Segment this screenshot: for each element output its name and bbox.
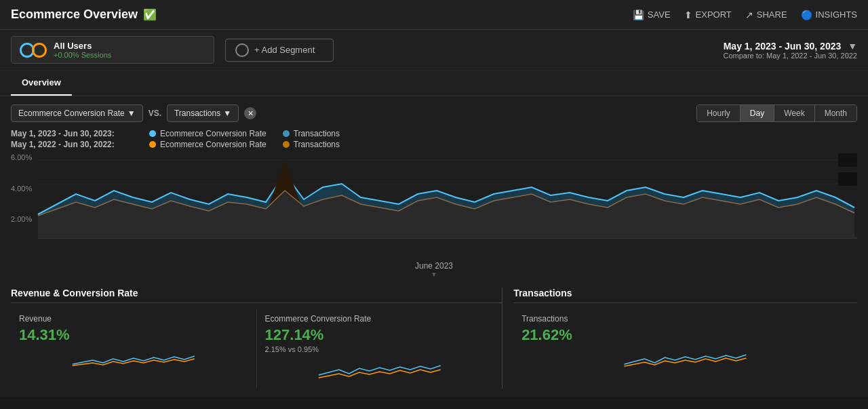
conversion-label: Ecommerce Conversion Rate	[265, 314, 494, 324]
export-icon: ⬆	[684, 9, 692, 20]
date-range-compare: Compare to: May 1, 2022 - Jun 30, 2022	[723, 52, 857, 60]
insights-button[interactable]: 🔵 INSIGHTS	[801, 9, 857, 20]
svg-rect-4	[838, 153, 857, 167]
time-buttons: Hourly Day Week Month	[696, 104, 857, 122]
hourly-button[interactable]: Hourly	[697, 105, 741, 121]
segment-info: All Users +0.00% Sessions	[54, 41, 111, 59]
legend-item-blue-conversion: Ecommerce Conversion Rate	[149, 129, 267, 138]
dot-blue2	[283, 130, 290, 137]
segment-sessions: +0.00% Sessions	[54, 51, 111, 59]
vs-label: VS.	[149, 109, 161, 118]
save-button[interactable]: 💾 SAVE	[633, 9, 671, 20]
legend-row-2: May 1, 2022 - Jun 30, 2022: Ecommerce Co…	[11, 140, 857, 149]
legend-label-2: May 1, 2022 - Jun 30, 2022:	[11, 140, 133, 149]
revenue-cards: Revenue 14.31% Ecommerce Conversion Rate…	[11, 309, 502, 389]
chart-svg	[11, 153, 857, 258]
dot-orange2	[283, 141, 290, 148]
share-icon: ↗	[745, 9, 753, 20]
segment-bar: All Users +0.00% Sessions + Add Segment …	[0, 30, 868, 71]
transactions-cards: Transactions 21.62%	[513, 309, 857, 376]
legend-item-orange-transactions: Transactions	[283, 140, 340, 149]
remove-metric-button[interactable]: ✕	[244, 107, 256, 119]
transactions-group-title: Transactions	[513, 288, 857, 303]
page-title: Ecommerce Overview	[11, 7, 138, 22]
revenue-conversion-group: Revenue & Conversion Rate Revenue 14.31%…	[11, 288, 502, 389]
chart-legend: May 1, 2023 - Jun 30, 2023: Ecommerce Co…	[11, 129, 857, 149]
chart-area: 6.00% 4.00% 2.00%	[11, 153, 857, 258]
date-range-main: May 1, 2023 - Jun 30, 2023 ▼	[723, 41, 857, 52]
chart-x-label: June 2023	[11, 258, 857, 279]
conversion-sub: 2.15% vs 0.95%	[265, 345, 494, 353]
header-left: Ecommerce Overview ✅	[11, 7, 157, 22]
header-actions: 💾 SAVE ⬆ EXPORT ↗ SHARE 🔵 INSIGHTS	[633, 9, 857, 20]
legend-row-1: May 1, 2023 - Jun 30, 2023: Ecommerce Co…	[11, 129, 857, 138]
conversion-card: Ecommerce Conversion Rate 127.14% 2.15% …	[257, 309, 502, 389]
insights-icon: 🔵	[801, 9, 812, 20]
revenue-card: Revenue 14.31%	[11, 309, 257, 389]
metric1-selector[interactable]: Ecommerce Conversion Rate ▼	[11, 104, 143, 122]
date-range[interactable]: May 1, 2023 - Jun 30, 2023 ▼ Compare to:…	[723, 41, 857, 60]
dot-orange	[149, 141, 156, 148]
transactions-mini-chart	[521, 345, 849, 369]
svg-rect-5	[838, 172, 857, 186]
export-button[interactable]: ⬆ EXPORT	[684, 9, 732, 20]
circle-orange	[32, 43, 47, 58]
revenue-group-title: Revenue & Conversion Rate	[11, 288, 502, 303]
add-segment-button[interactable]: + Add Segment	[225, 39, 334, 62]
segment-name: All Users	[54, 41, 111, 51]
chart-section: Ecommerce Conversion Rate ▼ VS. Transact…	[0, 96, 868, 279]
chevron-down-icon: ▼	[127, 109, 136, 118]
transactions-group: Transactions Transactions 21.62%	[502, 288, 857, 389]
verified-icon: ✅	[143, 8, 157, 21]
revenue-value: 14.31%	[19, 326, 248, 344]
segment-circles	[20, 43, 47, 58]
add-segment-circle	[235, 43, 249, 57]
chart-controls: Ecommerce Conversion Rate ▼ VS. Transact…	[11, 104, 857, 122]
day-button[interactable]: Day	[741, 105, 774, 121]
share-button[interactable]: ↗ SHARE	[745, 9, 787, 20]
revenue-label: Revenue	[19, 314, 248, 324]
chevron-down-icon2: ▼	[223, 109, 231, 118]
transactions-value: 21.62%	[521, 326, 849, 344]
save-icon: 💾	[633, 9, 644, 20]
legend-item-orange-conversion: Ecommerce Conversion Rate	[149, 140, 267, 149]
month-button[interactable]: Month	[815, 105, 856, 121]
tabs-bar: Overview	[0, 71, 868, 96]
metrics-section: Revenue & Conversion Rate Revenue 14.31%…	[0, 279, 868, 397]
dot-blue	[149, 130, 156, 137]
metric2-selector[interactable]: Transactions ▼	[167, 104, 239, 122]
add-segment-label: + Add Segment	[254, 45, 315, 55]
revenue-mini-chart	[19, 345, 248, 369]
legend-item-blue-transactions: Transactions	[283, 129, 340, 138]
primary-segment[interactable]: All Users +0.00% Sessions	[11, 36, 214, 64]
conversion-mini-chart	[265, 357, 494, 381]
week-button[interactable]: Week	[774, 105, 814, 121]
conversion-value: 127.14%	[265, 326, 494, 344]
transactions-card: Transactions 21.62%	[513, 309, 857, 376]
tab-overview[interactable]: Overview	[11, 71, 72, 96]
header: Ecommerce Overview ✅ 💾 SAVE ⬆ EXPORT ↗ S…	[0, 0, 868, 30]
date-dropdown-icon: ▼	[848, 41, 857, 52]
legend-label-1: May 1, 2023 - Jun 30, 2023:	[11, 129, 133, 138]
transactions-label: Transactions	[521, 314, 849, 324]
